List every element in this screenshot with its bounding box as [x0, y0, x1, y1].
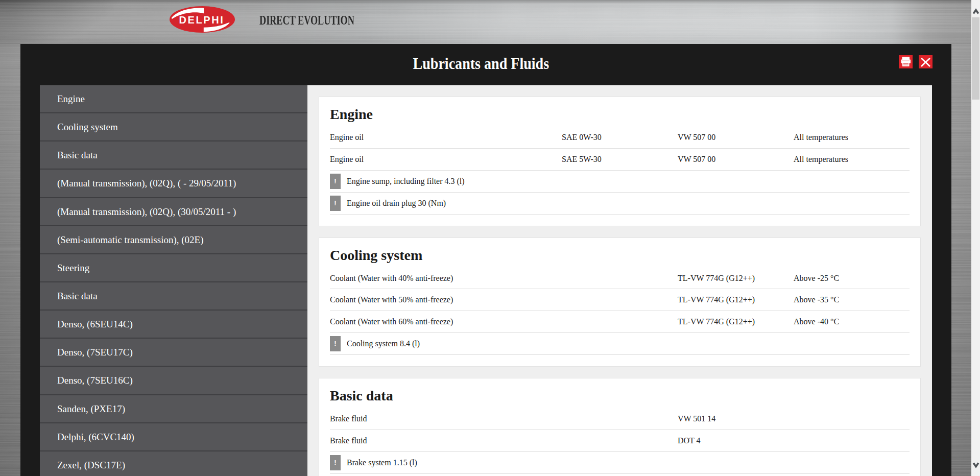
- svg-text:DELPHI: DELPHI: [179, 14, 225, 26]
